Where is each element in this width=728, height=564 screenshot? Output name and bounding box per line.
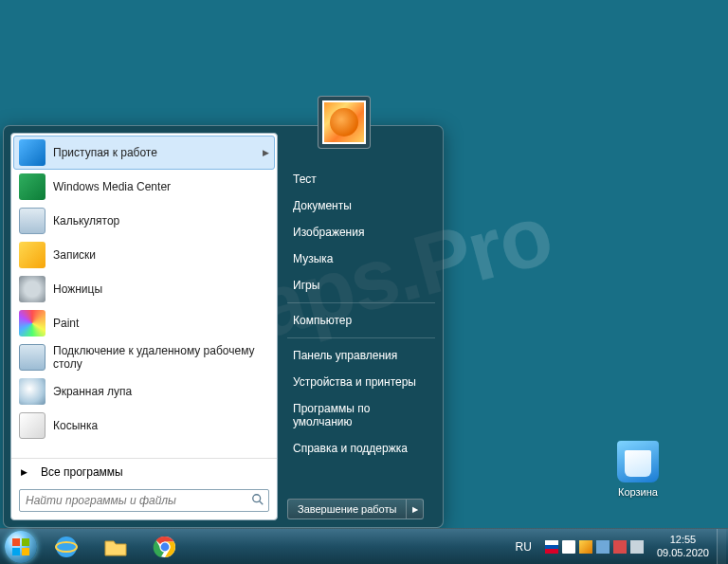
right-item-computer[interactable]: Компьютер (287, 307, 435, 334)
user-avatar[interactable] (318, 96, 371, 149)
language-indicator[interactable]: RU (508, 540, 539, 554)
system-tray: RU 12:55 09.05.2020 (508, 529, 728, 564)
program-label: Подключение к удаленному рабочему столу (53, 344, 269, 371)
program-solitaire[interactable]: Косынка (13, 409, 275, 443)
start-button[interactable] (0, 529, 42, 565)
tray-pc-icon[interactable] (596, 540, 610, 554)
submenu-arrow-icon: ▶ (263, 148, 269, 157)
program-snipping-tool[interactable]: Ножницы (13, 272, 275, 306)
tray-action-center-icon[interactable] (562, 540, 575, 554)
program-label: Косынка (53, 419, 98, 432)
shutdown-button[interactable]: Завершение работы (287, 499, 407, 519)
program-media-center[interactable]: Windows Media Center (13, 170, 275, 204)
start-menu-right-pane: Тест Документы Изображения Музыка Игры К… (278, 126, 443, 527)
taskbar-explorer[interactable] (92, 531, 139, 563)
user-avatar-icon (322, 100, 366, 144)
program-label: Калькулятор (53, 214, 119, 227)
windows-logo-icon (5, 531, 37, 563)
folder-icon (103, 535, 128, 559)
start-menu-left-pane: Приступая к работе ▶ Windows Media Cente… (10, 133, 278, 520)
magnifier-icon (19, 378, 46, 405)
program-list: Приступая к работе ▶ Windows Media Cente… (11, 134, 277, 458)
tray-network-icon[interactable] (613, 540, 627, 554)
start-menu: Приступая к работе ▶ Windows Media Cente… (3, 125, 444, 528)
right-item-control-panel[interactable]: Панель управления (287, 342, 435, 369)
taskbar: RU 12:55 09.05.2020 (0, 528, 728, 564)
tray-volume-icon[interactable] (630, 540, 644, 554)
svg-point-0 (253, 495, 261, 502)
right-item-user[interactable]: Тест (287, 166, 435, 192)
search-input[interactable] (19, 489, 269, 512)
program-remote-desktop[interactable]: Подключение к удаленному рабочему столу (13, 340, 275, 374)
program-calculator[interactable]: Калькулятор (13, 204, 275, 238)
search-box (19, 489, 269, 512)
program-paint[interactable]: Paint (13, 306, 275, 340)
ie-icon (54, 535, 79, 559)
svg-line-1 (260, 501, 264, 505)
tray-icons (539, 540, 649, 554)
taskbar-internet-explorer[interactable] (43, 531, 90, 563)
tray-flag-icon[interactable] (545, 540, 558, 554)
svg-rect-2 (12, 538, 20, 546)
clock[interactable]: 12:55 09.05.2020 (649, 534, 717, 558)
right-item-documents[interactable]: Документы (287, 192, 435, 219)
program-sticky-notes[interactable]: Записки (13, 238, 275, 272)
program-label: Paint (53, 317, 79, 330)
all-programs-label: Все программы (41, 465, 123, 479)
program-label: Ножницы (53, 282, 102, 296)
desktop-recycle-bin[interactable]: Корзина (605, 441, 671, 498)
remote-desktop-icon (19, 344, 46, 371)
shutdown-group: Завершение работы ▶ (287, 499, 435, 519)
svg-rect-3 (22, 538, 29, 546)
svg-point-6 (56, 537, 77, 557)
right-item-games[interactable]: Игры (287, 272, 435, 299)
tray-security-icon[interactable] (579, 540, 592, 554)
program-label: Windows Media Center (53, 180, 171, 193)
separator (287, 337, 435, 338)
snipping-tool-icon (19, 276, 46, 302)
all-programs[interactable]: ▶ Все программы (11, 458, 277, 485)
paint-icon (19, 310, 46, 337)
show-desktop-button[interactable] (717, 529, 726, 565)
getting-started-icon (19, 139, 46, 166)
sticky-notes-icon (19, 242, 46, 268)
clock-date: 09.05.2020 (657, 547, 709, 559)
taskbar-chrome[interactable] (141, 531, 189, 563)
program-label: Приступая к работе (53, 146, 157, 159)
solitaire-icon (19, 412, 46, 439)
recycle-bin-label: Корзина (605, 486, 671, 498)
program-magnifier[interactable]: Экранная лупа (13, 374, 275, 409)
recycle-bin-icon (617, 441, 659, 482)
calculator-icon (19, 208, 46, 234)
right-item-help[interactable]: Справка и поддержка (287, 435, 435, 462)
svg-rect-5 (22, 548, 29, 555)
right-item-default-programs[interactable]: Программы по умолчанию (287, 395, 435, 435)
separator (287, 302, 435, 303)
program-label: Записки (53, 248, 96, 262)
right-item-pictures[interactable]: Изображения (287, 219, 435, 246)
program-label: Экранная лупа (53, 385, 132, 398)
right-item-music[interactable]: Музыка (287, 246, 435, 272)
search-icon (251, 493, 264, 506)
program-getting-started[interactable]: Приступая к работе ▶ (13, 136, 275, 170)
shutdown-options-button[interactable]: ▶ (407, 499, 424, 519)
clock-time: 12:55 (657, 534, 709, 546)
chrome-icon (153, 535, 177, 559)
right-item-devices-printers[interactable]: Устройства и принтеры (287, 369, 435, 395)
svg-rect-4 (12, 548, 20, 555)
all-programs-arrow-icon: ▶ (21, 467, 27, 477)
media-center-icon (19, 173, 46, 200)
